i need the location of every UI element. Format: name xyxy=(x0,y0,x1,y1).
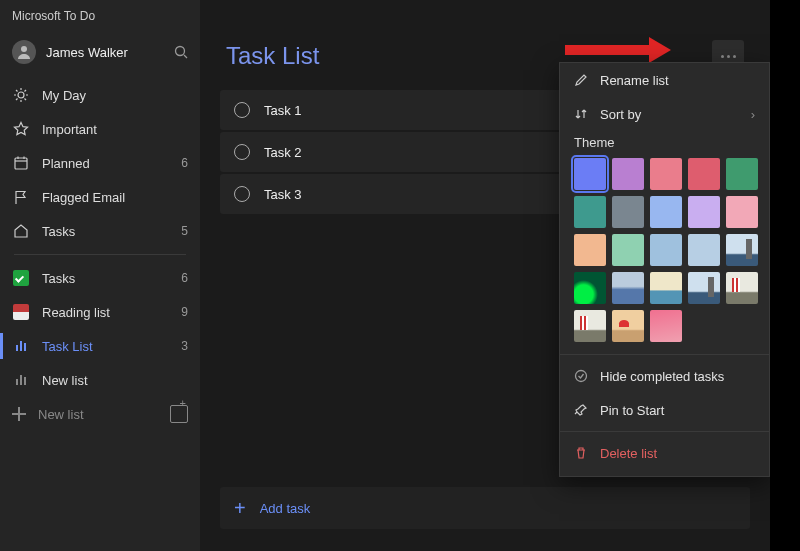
sidebar-item-label: Important xyxy=(42,122,97,137)
sidebar-item-label: Tasks xyxy=(42,271,75,286)
sidebar-item-count: 6 xyxy=(181,271,188,285)
sidebar-item-myday[interactable]: My Day xyxy=(0,78,200,112)
avatar xyxy=(12,40,36,64)
menu-sort[interactable]: Sort by › xyxy=(560,97,769,131)
plus-icon: + xyxy=(234,497,246,520)
chevron-right-icon: › xyxy=(751,107,755,122)
sidebar: James Walker My Day Important Planned 6 xyxy=(0,0,200,551)
menu-delete[interactable]: Delete list xyxy=(560,436,769,470)
theme-swatch[interactable] xyxy=(612,234,644,266)
menu-rename[interactable]: Rename list xyxy=(560,63,769,97)
sidebar-item-count: 9 xyxy=(181,305,188,319)
profile-row[interactable]: James Walker xyxy=(0,32,200,72)
theme-swatch[interactable] xyxy=(650,196,682,228)
svg-line-6 xyxy=(184,55,187,58)
sidebar-list-newlist[interactable]: New list xyxy=(0,363,200,397)
theme-swatch[interactable] xyxy=(688,158,720,190)
complete-circle-icon[interactable] xyxy=(234,186,250,202)
menu-label: Hide completed tasks xyxy=(600,369,724,384)
sidebar-item-label: Planned xyxy=(42,156,90,171)
svg-point-5 xyxy=(176,47,185,56)
main: Task List Task 1 Task 2 Task 3 + xyxy=(200,0,770,551)
sidebar-item-tasks[interactable]: Tasks 5 xyxy=(0,214,200,248)
check-circle-icon xyxy=(574,369,588,383)
sidebar-item-label: Task List xyxy=(42,339,93,354)
new-list-button[interactable]: New list xyxy=(0,397,200,431)
theme-swatch[interactable] xyxy=(574,234,606,266)
pencil-icon xyxy=(574,73,588,87)
menu-pin[interactable]: Pin to Start xyxy=(560,393,769,427)
app-title: Microsoft To Do xyxy=(0,9,95,23)
theme-swatch[interactable] xyxy=(612,158,644,190)
theme-swatch[interactable] xyxy=(726,196,758,228)
svg-line-15 xyxy=(25,90,27,92)
theme-swatch[interactable] xyxy=(688,196,720,228)
svg-point-4 xyxy=(21,46,27,52)
sidebar-item-count: 6 xyxy=(181,156,188,170)
book-icon xyxy=(12,304,30,320)
svg-point-7 xyxy=(18,92,24,98)
home-icon xyxy=(12,223,30,239)
complete-circle-icon[interactable] xyxy=(234,144,250,160)
theme-swatch[interactable] xyxy=(650,234,682,266)
add-task-button[interactable]: + Add task xyxy=(220,487,750,529)
trash-icon xyxy=(574,446,588,460)
plus-icon xyxy=(12,407,26,421)
sidebar-item-flagged[interactable]: Flagged Email xyxy=(0,180,200,214)
sidebar-list-tasklist[interactable]: Task List 3 xyxy=(0,329,200,363)
sidebar-item-planned[interactable]: Planned 6 xyxy=(0,146,200,180)
theme-swatch[interactable] xyxy=(650,310,682,342)
sidebar-item-label: Reading list xyxy=(42,305,110,320)
theme-swatch[interactable] xyxy=(574,158,606,190)
theme-swatch[interactable] xyxy=(612,310,644,342)
menu-label: Rename list xyxy=(600,73,669,88)
list-options-menu: Rename list Sort by › Theme Hide complet… xyxy=(559,62,770,477)
profile-name: James Walker xyxy=(46,45,128,60)
divider xyxy=(14,254,186,255)
menu-label: Delete list xyxy=(600,446,657,461)
theme-swatch[interactable] xyxy=(650,272,682,304)
sidebar-item-label: New list xyxy=(42,373,88,388)
sidebar-item-label: My Day xyxy=(42,88,86,103)
theme-swatch[interactable] xyxy=(726,234,758,266)
theme-swatch[interactable] xyxy=(612,272,644,304)
theme-swatch[interactable] xyxy=(574,310,606,342)
sidebar-item-label: Flagged Email xyxy=(42,190,125,205)
sidebar-item-count: 5 xyxy=(181,224,188,238)
menu-label: Sort by xyxy=(600,107,641,122)
sidebar-item-important[interactable]: Important xyxy=(0,112,200,146)
menu-hide-completed[interactable]: Hide completed tasks xyxy=(560,359,769,393)
list-icon xyxy=(12,375,30,385)
divider xyxy=(560,431,769,432)
theme-swatches xyxy=(560,158,769,350)
theme-swatch[interactable] xyxy=(726,158,758,190)
star-icon xyxy=(12,121,30,137)
theme-swatch[interactable] xyxy=(574,196,606,228)
svg-rect-16 xyxy=(15,158,27,169)
list-title[interactable]: Task List xyxy=(226,42,319,70)
new-group-icon[interactable] xyxy=(170,405,188,423)
theme-swatch[interactable] xyxy=(612,196,644,228)
theme-swatch[interactable] xyxy=(688,272,720,304)
pin-icon xyxy=(574,403,588,417)
sidebar-item-label: Tasks xyxy=(42,224,75,239)
theme-swatch[interactable] xyxy=(574,272,606,304)
theme-label: Theme xyxy=(560,131,769,158)
task-label: Task 2 xyxy=(264,145,302,160)
add-task-label: Add task xyxy=(260,501,311,516)
sun-icon xyxy=(12,87,30,103)
svg-line-12 xyxy=(16,90,18,92)
list-icon xyxy=(12,341,30,351)
theme-swatch[interactable] xyxy=(726,272,758,304)
svg-point-20 xyxy=(576,371,587,382)
theme-swatch[interactable] xyxy=(688,234,720,266)
checkbox-icon xyxy=(12,270,30,286)
flag-icon xyxy=(12,189,30,205)
sidebar-item-count: 3 xyxy=(181,339,188,353)
sidebar-list-reading[interactable]: Reading list 9 xyxy=(0,295,200,329)
theme-swatch[interactable] xyxy=(650,158,682,190)
search-icon[interactable] xyxy=(174,45,188,59)
complete-circle-icon[interactable] xyxy=(234,102,250,118)
sidebar-list-tasks[interactable]: Tasks 6 xyxy=(0,261,200,295)
divider xyxy=(560,354,769,355)
